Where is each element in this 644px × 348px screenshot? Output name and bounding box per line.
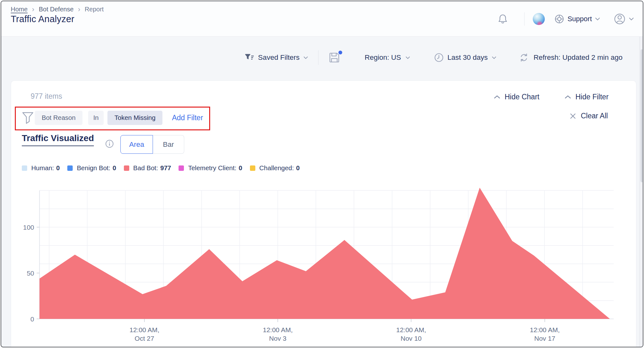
- hide-filter-button[interactable]: Hide Filter: [565, 93, 609, 101]
- items-count: 977 items: [31, 92, 62, 101]
- time-range-dropdown[interactable]: Last 30 days: [434, 53, 496, 62]
- hide-chart-button[interactable]: Hide Chart: [494, 93, 539, 101]
- account-menu[interactable]: [613, 13, 634, 25]
- refresh-status-label: Refresh: Updated 2 min ago: [534, 53, 623, 62]
- legend-swatch: [67, 165, 73, 171]
- legend-item[interactable]: Bad Bot:977: [124, 164, 171, 172]
- legend-swatch: [250, 165, 255, 171]
- filter-operator-chip[interactable]: In: [88, 111, 104, 125]
- legend-item[interactable]: Benign Bot:0: [67, 164, 116, 172]
- info-icon[interactable]: [105, 140, 114, 148]
- clock-icon: [434, 53, 444, 62]
- chevron-down-icon: [492, 56, 496, 59]
- chevron-up-icon: [494, 95, 500, 99]
- vertical-scrollbar-track[interactable]: [639, 37, 643, 347]
- clear-all-label: Clear All: [581, 112, 608, 120]
- tenant-avatar[interactable]: [533, 13, 545, 25]
- chevron-up-icon: [565, 95, 571, 99]
- legend-swatch: [179, 165, 184, 171]
- account-person-icon: [613, 13, 626, 25]
- legend-label: Challenged:0: [259, 164, 300, 172]
- svg-text:50: 50: [27, 270, 34, 277]
- chevron-down-icon: [405, 56, 410, 59]
- chart-title: Traffic Visualized: [22, 133, 94, 146]
- toggle-area-button[interactable]: Area: [120, 135, 153, 154]
- filter-field-chip[interactable]: Bot Reason: [35, 111, 82, 125]
- legend-item[interactable]: Telemetry Client:0: [179, 164, 242, 172]
- legend-swatch: [22, 165, 27, 171]
- region-dropdown[interactable]: Region: US: [365, 53, 410, 62]
- chart-type-toggle: Area Bar: [120, 135, 184, 154]
- refresh-button[interactable]: Refresh: Updated 2 min ago: [519, 53, 623, 62]
- breadcrumb: Home › Bot Defense › Report: [11, 6, 104, 13]
- legend-label: Bad Bot:977: [133, 164, 171, 172]
- unsaved-changes-dot: [338, 51, 342, 54]
- legend-label: Human:0: [31, 164, 60, 172]
- x-icon: [570, 113, 576, 119]
- svg-text:12:00 AM,: 12:00 AM,: [130, 326, 160, 333]
- breadcrumb-home-link[interactable]: Home: [11, 6, 27, 13]
- toggle-bar-button[interactable]: Bar: [153, 135, 184, 154]
- chart-legend: Human:0Benign Bot:0Bad Bot:977Telemetry …: [22, 164, 300, 172]
- header-actions: Support: [498, 1, 634, 37]
- svg-text:12:00 AM,: 12:00 AM,: [263, 326, 293, 333]
- legend-label: Benign Bot:0: [77, 164, 116, 172]
- breadcrumb-bot-defense-link[interactable]: Bot Defense: [39, 6, 74, 13]
- funnel-lines-icon: [245, 53, 254, 62]
- legend-label: Telemetry Client:0: [188, 164, 242, 172]
- chevron-down-icon: [595, 17, 600, 21]
- legend-swatch: [124, 165, 129, 171]
- support-label: Support: [568, 15, 592, 23]
- top-header-bar: Home › Bot Defense › Report Traffic Anal…: [1, 1, 643, 37]
- svg-text:0: 0: [30, 315, 34, 323]
- add-filter-button[interactable]: Add Filter: [172, 114, 203, 122]
- filter-funnel-icon: [22, 112, 34, 124]
- region-label: Region: US: [365, 53, 401, 62]
- chevron-right-icon: ›: [78, 6, 80, 13]
- header-divider: [524, 12, 525, 26]
- floppy-save-icon: [329, 52, 340, 63]
- clear-all-button[interactable]: Clear All: [570, 112, 608, 120]
- save-filter-button[interactable]: [329, 52, 340, 63]
- filter-value-chip[interactable]: Token Missing: [107, 111, 162, 125]
- report-toolbar: Saved Filters Region: US La: [245, 49, 623, 66]
- saved-filters-dropdown[interactable]: Saved Filters: [245, 53, 308, 62]
- breadcrumb-report-current: Report: [85, 6, 104, 13]
- results-card: 977 items Hide Chart Hide Filter Bot Rea…: [11, 80, 636, 347]
- active-filter-bar: Bot Reason In Token Missing Add Filter: [35, 110, 203, 125]
- vertical-scrollbar-thumb[interactable]: [641, 49, 643, 182]
- page-title: Traffic Analyzer: [11, 14, 74, 24]
- hide-chart-label: Hide Chart: [505, 93, 539, 101]
- notifications-bell-icon[interactable]: [498, 14, 508, 24]
- hide-filter-label: Hide Filter: [575, 93, 609, 101]
- svg-text:Nov 17: Nov 17: [534, 335, 556, 342]
- refresh-icon: [519, 53, 529, 62]
- legend-item[interactable]: Human:0: [22, 164, 60, 172]
- life-ring-icon: [554, 14, 564, 24]
- svg-text:12:00 AM,: 12:00 AM,: [530, 326, 560, 333]
- support-menu[interactable]: Support: [554, 14, 600, 24]
- time-range-label: Last 30 days: [447, 53, 488, 62]
- svg-text:12:00 AM,: 12:00 AM,: [396, 326, 426, 333]
- svg-text:Nov 3: Nov 3: [269, 335, 287, 342]
- chevron-right-icon: ›: [32, 6, 34, 13]
- saved-filters-label: Saved Filters: [258, 53, 300, 62]
- legend-item[interactable]: Challenged:0: [250, 164, 300, 172]
- svg-text:100: 100: [23, 224, 34, 231]
- app-window: Home › Bot Defense › Report Traffic Anal…: [1, 1, 643, 347]
- traffic-area-chart[interactable]: 05010012:00 AM,Oct 2712:00 AM,Nov 312:00…: [11, 179, 636, 347]
- toolbar-divider: [318, 50, 319, 65]
- svg-text:Oct 27: Oct 27: [135, 335, 154, 342]
- chevron-down-icon: [303, 56, 308, 59]
- svg-text:Nov 10: Nov 10: [401, 335, 422, 342]
- chevron-down-icon: [629, 17, 634, 21]
